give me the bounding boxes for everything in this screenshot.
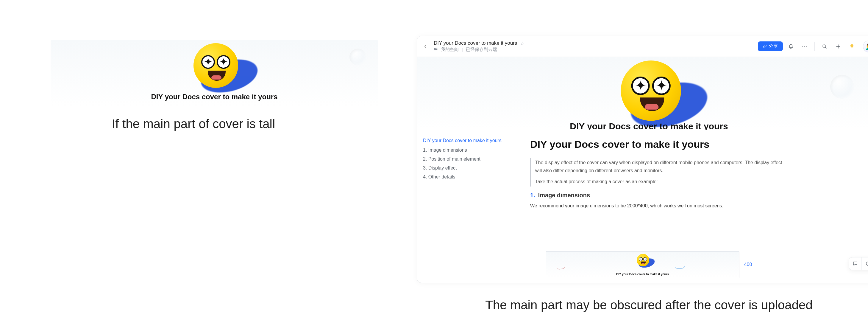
quote-line: The display effect of the cover can vary… [535,158,786,175]
breadcrumb-space[interactable]: 我的空间 [441,47,459,53]
comment-icon [852,261,858,266]
outline-doc-title[interactable]: DIY your Docs cover to make it yours [423,138,512,143]
search-button[interactable] [819,41,830,52]
mini-cover-diagram: DIY your Docs cover to make it yours 400 [546,251,752,278]
bubble-decoration [830,75,854,98]
clock-icon [865,261,868,266]
quote-block: The display effect of the cover can vary… [530,158,786,186]
share-label: 分享 [769,43,778,50]
title-block: DIY your Docs cover to make it yours ☆ 我… [434,40,524,53]
history-button[interactable] [862,257,868,270]
quote-line: Take the actual process of making a cove… [535,178,786,185]
svg-rect-1 [851,48,853,48]
tips-button[interactable] [846,41,858,52]
user-avatar[interactable]: 🙍‍♂️ [863,40,868,53]
doc-cover-area[interactable]: DIY your Docs cover to make it yours [417,57,868,129]
notifications-button[interactable] [785,41,797,52]
mini-cover-text: DIY your Docs cover to make it yours [546,273,739,276]
outline-item[interactable]: 1. Image dimensions [423,147,512,153]
favorite-star-icon[interactable]: ☆ [520,40,524,46]
doc-heading-1: DIY your Docs cover to make it yours [530,139,786,150]
share-button[interactable]: 分享 [758,41,783,51]
chevron-left-icon [424,45,428,49]
docs-app-window: DIY your Docs cover to make it yours ☆ 我… [417,36,868,283]
emoji-illustration [185,43,244,91]
back-button[interactable] [421,42,430,51]
folder-icon [434,47,438,52]
dimension-label: 400 [744,262,752,267]
bell-icon [788,44,794,49]
link-icon [763,45,767,49]
tall-cover-image: DIY your Docs cover to make it yours [51,40,378,106]
breadcrumb-divider: | [462,47,463,52]
mini-cover-image: DIY your Docs cover to make it yours [546,251,739,278]
bubble-decoration [349,49,366,65]
section-heading: 1. Image dimensions [530,192,786,199]
left-caption: If the main part of cover is tall [0,117,387,131]
paragraph: We recommend your image dimensions to be… [530,202,786,210]
add-button[interactable] [833,41,844,52]
plus-icon [836,44,841,49]
cover-title-cutoff: DIY your Docs cover to make it yours [417,121,868,129]
comment-button[interactable] [849,257,862,270]
cover-title-text: DIY your Docs cover to make it yours [51,93,378,101]
section-number: 1. [530,192,535,199]
search-icon [822,44,827,49]
ellipsis-icon: ⋯ [802,43,808,50]
app-header: DIY your Docs cover to make it yours ☆ 我… [417,36,868,57]
outline-item[interactable]: 4. Other details [423,174,512,180]
outline-item[interactable]: 3. Display effect [423,165,512,171]
left-example: DIY your Docs cover to make it yours If … [0,0,387,320]
svg-point-0 [823,45,826,47]
section-title: Image dimensions [538,192,590,199]
more-button[interactable]: ⋯ [799,41,810,52]
outline-panel: DIY your Docs cover to make it yours 1. … [417,129,518,283]
save-status: 已经保存到云端 [466,47,497,53]
emoji-illustration [609,60,689,125]
outline-item[interactable]: 2. Position of main element [423,156,512,162]
lightbulb-icon [849,43,855,50]
right-caption: The main part may be obscured after the … [417,298,868,312]
doc-title: DIY your Docs cover to make it yours [434,40,517,46]
header-separator [814,42,815,51]
floating-toolbar [849,257,868,270]
